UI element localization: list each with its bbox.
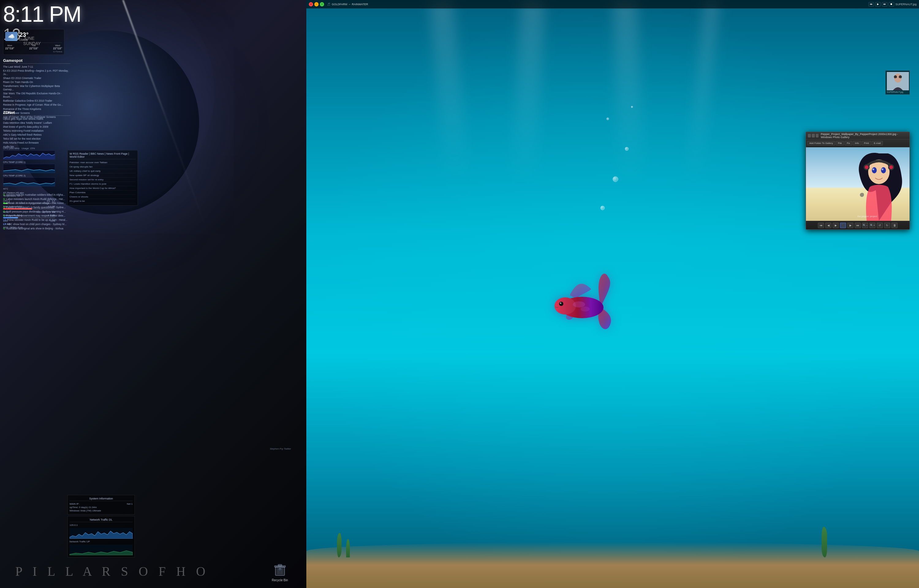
gallery-close-btn[interactable] xyxy=(808,134,811,137)
seaweed-1 xyxy=(337,533,342,557)
news-item[interactable]: ABC's Gary Mitchell fired! Retires xyxy=(3,133,71,137)
gallery-rotate-left[interactable]: ↺ xyxy=(877,223,883,228)
svg-point-23 xyxy=(881,167,886,173)
gallery-add-folder-btn[interactable]: Add Folder To Gallery xyxy=(807,141,835,145)
news-item[interactable]: Star Wars: The Old Republic Exclusive Ha… xyxy=(3,92,71,99)
gallery-nav-next[interactable]: ▶ xyxy=(847,223,853,228)
gallery-nav-current[interactable]: ⬛ xyxy=(840,223,846,228)
uptime-row: upTime: 0 day(s) 21:34m xyxy=(69,506,132,509)
svg-marker-1 xyxy=(3,169,55,173)
network-traffic-title: Network Traffic DL xyxy=(69,518,132,522)
gallery-fix-btn[interactable]: Fix xyxy=(845,141,852,145)
gallery-nav-last[interactable]: ⏭ xyxy=(855,223,861,228)
bubble-1 xyxy=(613,176,618,182)
news-item[interactable]: Transformers: War for Cybertron Multipla… xyxy=(3,84,71,92)
news-item[interactable]: LhABC show host on child porn charges - … xyxy=(3,222,71,227)
media-prev-button[interactable]: ⏮ xyxy=(869,2,874,6)
news-item[interactable]: The Last Word: June 7-11 xyxy=(3,65,71,69)
gallery-nav-play[interactable]: ▶ xyxy=(833,223,839,228)
news-item[interactable]: Data retention idea 'totally insane': Lu… xyxy=(3,121,71,125)
weather-day-2-temp: 22°/15° xyxy=(29,47,38,50)
weather-day-3-temp: 22°/15° xyxy=(53,47,62,50)
thumbnail-label: SUPERNAUT.jpg xyxy=(887,91,908,93)
weather-widget[interactable]: ☁️ 23° Cloudy Mon 22°/19° Tue 22°/15° We… xyxy=(3,29,64,55)
weather-main: ☁️ 23° Cloudy xyxy=(5,31,62,41)
gpu-temp-label: 40°C xyxy=(3,187,55,190)
rss-item[interactable]: Pakistan: man accuse over Taliban xyxy=(69,160,136,165)
news-item[interactable]: GOfficial: 30 killed in Kyrgyzstan villa… xyxy=(3,201,71,205)
light-ray-1 xyxy=(429,0,469,184)
media-player-title: GOLDFARM – RAINWATER xyxy=(332,3,867,6)
rss-header: W RSS Reader | BBC News | News Front Pag… xyxy=(69,152,136,159)
gallery-rotate-right[interactable]: ↻ xyxy=(884,223,890,228)
os-row: Windows Vista (TM) Ultimate xyxy=(69,509,132,512)
rss-item[interactable]: UK military chief to quit early xyxy=(69,169,136,173)
gallery-zoom-out[interactable]: 🔍− xyxy=(862,223,868,228)
rss-item[interactable]: New update BP oil strategy xyxy=(69,173,136,178)
rss-widget[interactable]: W RSS Reader | BBC News | News Front Pag… xyxy=(68,150,138,205)
news-item[interactable]: iiNet knew of gov't's data policy in 200… xyxy=(3,125,71,129)
weather-info: 23° Cloudy xyxy=(19,31,29,41)
media-time: SUPERNAUT.jpg xyxy=(895,3,917,6)
pillars-of-ho-text: P i l l a r s o f H o xyxy=(15,564,209,579)
media-close-button[interactable]: × xyxy=(309,2,313,6)
svg-point-20 xyxy=(899,75,902,78)
gallery-delete[interactable]: 🗑 xyxy=(892,223,898,228)
news-item[interactable]: GSpill pressure pays dividends - Sydney … xyxy=(3,210,71,214)
gallery-min-btn[interactable] xyxy=(812,134,815,137)
media-minimize-button[interactable]: − xyxy=(314,2,318,6)
news-item[interactable]: Shaun E3 2010 Cinematic Trailer xyxy=(3,76,71,80)
news-item[interactable]: GLabor ministers launch Kevin Rudd defen… xyxy=(3,197,71,202)
network-graph xyxy=(69,528,132,539)
news-item[interactable]: Optus gets legal over telstra maths xyxy=(3,117,71,121)
news-item[interactable]: Telco bill set for the next election xyxy=(3,137,71,141)
gallery-zoom-in[interactable]: 🔍+ xyxy=(869,223,875,228)
news-item[interactable]: Hols Arturia Freed AA firmware xyxy=(3,141,71,145)
news-item[interactable]: Battlestar Galactica Online E3 2010 Trai… xyxy=(3,99,71,103)
news-item[interactable]: Telstra restricting Foxtel installation xyxy=(3,129,71,133)
gallery-email-btn[interactable]: E-mail xyxy=(872,141,883,145)
thumbnail-widget[interactable]: SUPERNAUT.jpg xyxy=(885,70,910,95)
svg-marker-4 xyxy=(69,551,132,555)
light-ray-2 xyxy=(511,0,545,184)
news-item[interactable]: LhPrime Minister Kevin Rudd to be up at … xyxy=(3,218,71,222)
network-traffic-widget: Network Traffic DL 120.0.1 Network Traff… xyxy=(68,516,135,557)
rss-item[interactable]: Cheers or shoots xyxy=(69,195,136,199)
gallery-nav-prev[interactable]: ◀ xyxy=(825,223,832,228)
news-item[interactable]: GFears Rudd Government may reopen Balcer… xyxy=(3,214,71,218)
rss-item[interactable]: Oil spray disrupts fan xyxy=(69,165,136,169)
media-next-button[interactable]: ⏭ xyxy=(882,2,887,6)
news-item[interactable]: GFamily of murdered Lin family questione… xyxy=(3,205,71,210)
network-dl-value: 120.0.1 xyxy=(69,524,78,527)
rss-item[interactable]: Second mission set for re-entry xyxy=(69,178,136,182)
news-item[interactable]: EA E3 2010 Press Briefing—begins 2 p.m. … xyxy=(3,69,71,76)
media-stop-button[interactable]: ⏹ xyxy=(889,2,894,6)
rss-item[interactable]: How important is the World Cup for Afric… xyxy=(69,186,136,191)
gallery-file-btn[interactable]: File xyxy=(836,141,844,145)
news-item[interactable]: GAustralian aboriginal arts show in Beij… xyxy=(3,227,71,231)
photo-gallery-window[interactable]: Pepper_Project_Wallpaper_By_PepperProjec… xyxy=(806,132,910,230)
weather-condition: Cloudy xyxy=(19,38,29,41)
rss-item[interactable]: F1: Lewis Hamilton storms to pole xyxy=(69,182,136,186)
pepper-girl-illustration: the pepper project xyxy=(848,147,909,221)
gallery-info-btn[interactable]: Info xyxy=(853,141,861,145)
cpu-temp-core2-graph xyxy=(3,177,55,186)
photo-gallery-footer: ⏮ ◀ ▶ ⬛ ▶ ⏭ 🔍− 🔍+ ↺ ↻ 🗑 xyxy=(806,221,909,229)
cpu-temp-core1-graph xyxy=(3,164,55,173)
zdnet-title: ZDNet xyxy=(3,110,71,116)
gallery-print-btn[interactable]: Print xyxy=(862,141,871,145)
media-play-button[interactable]: ▶ xyxy=(875,2,881,6)
news-item[interactable]: Review in Progress: Age of Conan: Rise o… xyxy=(3,103,71,107)
left-desktop: 8:11 PM 13 JUNE SUNDAY ☁️ 23° Cloudy Mon… xyxy=(0,0,306,588)
svg-point-14 xyxy=(560,302,562,304)
rss-item[interactable]: It's good to be xyxy=(69,199,136,204)
gallery-max-btn[interactable] xyxy=(816,134,819,137)
svg-point-16 xyxy=(580,307,590,312)
media-maximize-button[interactable]: + xyxy=(320,2,324,6)
rss-item[interactable]: Plan Colombia xyxy=(69,191,136,195)
recycle-bin-icon[interactable]: Recycle Bin xyxy=(272,562,288,582)
news-item[interactable]: Risen On Train Hands-On xyxy=(3,80,71,84)
news-item[interactable]: GService held for Australian soldiers ki… xyxy=(3,193,71,197)
gallery-nav-first[interactable]: ⏮ xyxy=(818,223,824,228)
svg-point-19 xyxy=(894,75,897,78)
